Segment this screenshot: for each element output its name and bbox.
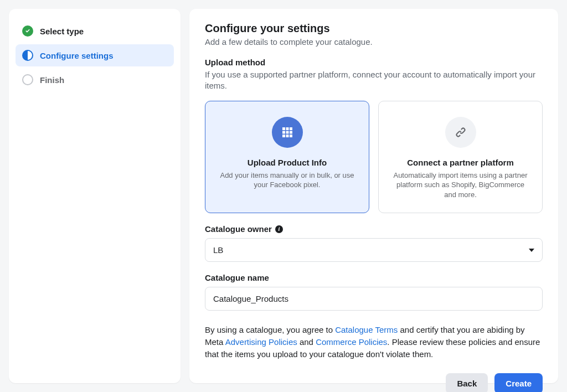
page-title: Configure your settings	[205, 22, 543, 35]
info-icon[interactable]: i	[275, 225, 283, 233]
label-text: Catalogue owner	[205, 224, 272, 234]
step-label: Configure settings	[40, 51, 114, 60]
step-configure-settings[interactable]: Configure settings	[16, 44, 174, 66]
grid-icon	[272, 117, 303, 148]
link-icon	[445, 117, 476, 148]
upload-method-cards: Upload Product Info Add your items manua…	[205, 101, 543, 214]
card-connect-partner[interactable]: Connect a partner platform Automatically…	[378, 101, 543, 214]
sidebar: Select type Configure settings Finish	[9, 9, 181, 383]
label-text: Catalogue name	[205, 273, 269, 282]
upload-method-desc: If you use a supported partner platform,…	[205, 69, 543, 92]
agreement-text: By using a catalogue, you agree to Catal…	[205, 324, 543, 360]
commerce-policies-link[interactable]: Commerce Policies	[316, 337, 387, 347]
catalogue-owner-label: Catalogue owner i	[205, 224, 543, 234]
advertising-policies-link[interactable]: Advertising Policies	[225, 337, 297, 347]
step-select-type[interactable]: Select type	[16, 20, 174, 42]
step-label: Finish	[40, 75, 64, 85]
card-upload-product-info[interactable]: Upload Product Info Add your items manua…	[205, 101, 369, 214]
select-value: LB	[213, 245, 223, 255]
card-title: Upload Product Info	[217, 158, 358, 167]
half-circle-icon	[22, 50, 33, 61]
upload-method-title: Upload method	[205, 58, 543, 67]
back-button[interactable]: Back	[446, 373, 488, 392]
catalogue-terms-link[interactable]: Catalogue Terms	[335, 325, 398, 334]
footer-actions: Back Create	[205, 373, 543, 392]
empty-circle-icon	[22, 74, 33, 85]
catalogue-name-label: Catalogue name	[205, 273, 543, 282]
chevron-down-icon	[529, 249, 534, 252]
step-label: Select type	[40, 27, 84, 36]
card-desc: Automatically import items using a partn…	[390, 171, 531, 200]
checkmark-icon	[22, 25, 33, 37]
step-finish[interactable]: Finish	[16, 69, 174, 91]
main-panel: Configure your settings Add a few detail…	[189, 9, 558, 383]
create-button[interactable]: Create	[494, 373, 543, 392]
page-subtitle: Add a few details to complete your catal…	[205, 37, 543, 47]
card-title: Connect a partner platform	[390, 158, 531, 167]
catalogue-name-input[interactable]	[205, 287, 543, 311]
catalogue-owner-select[interactable]: LB	[205, 238, 543, 262]
card-desc: Add your items manually or in bulk, or u…	[217, 171, 358, 190]
